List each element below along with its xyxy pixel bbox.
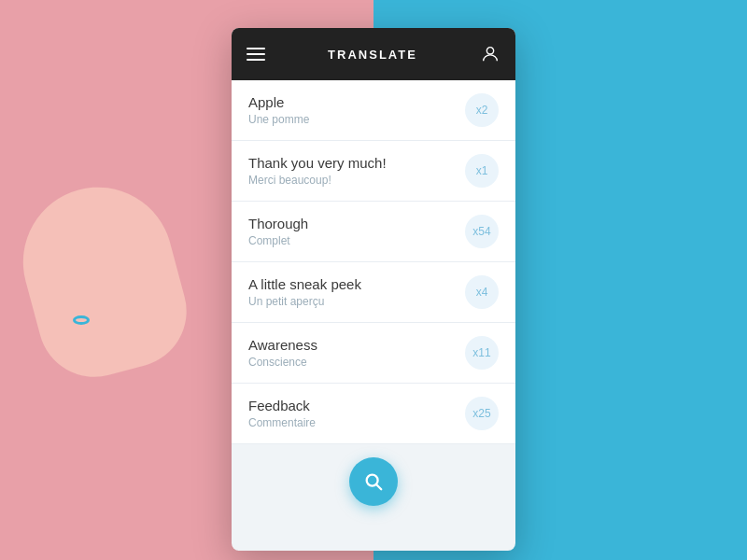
item-badge: x11 — [465, 336, 499, 370]
translation-list: Apple Une pomme x2 Thank you very much! … — [232, 80, 515, 444]
app-card: TRANSLATE Apple Une pomme x2 Thank you v… — [232, 28, 515, 551]
item-text-group: Thorough Complet — [248, 216, 308, 247]
list-item[interactable]: Thorough Complet x54 — [232, 202, 515, 262]
item-sub-text: Conscience — [248, 356, 317, 369]
list-item[interactable]: Apple Une pomme x2 — [232, 80, 515, 141]
item-text-group: Apple Une pomme — [248, 94, 309, 126]
menu-button[interactable] — [247, 48, 265, 61]
item-text-group: A little sneak peek Un petit aperçu — [248, 276, 361, 308]
item-badge: x25 — [465, 397, 499, 430]
item-badge: x1 — [465, 154, 499, 188]
item-badge: x54 — [465, 215, 499, 248]
svg-line-2 — [376, 484, 381, 489]
item-text-group: Thank you very much! Merci beaucoup! — [248, 155, 387, 187]
item-sub-text: Complet — [248, 234, 308, 247]
item-sub-text: Merci beaucoup! — [248, 174, 387, 187]
list-item[interactable]: A little sneak peek Un petit aperçu x4 — [232, 262, 515, 323]
item-main-text: Awareness — [248, 337, 317, 353]
item-main-text: A little sneak peek — [248, 276, 361, 292]
search-fab[interactable] — [349, 457, 398, 506]
item-main-text: Apple — [248, 94, 309, 110]
hand-ring — [73, 315, 90, 325]
list-item[interactable]: Thank you very much! Merci beaucoup! x1 — [232, 141, 515, 202]
item-sub-text: Une pomme — [248, 113, 309, 126]
item-sub-text: Commentaire — [248, 416, 316, 429]
item-text-group: Feedback Commentaire — [248, 398, 316, 429]
item-main-text: Thank you very much! — [248, 155, 387, 171]
item-badge: x2 — [465, 93, 499, 127]
app-title: TRANSLATE — [328, 48, 417, 62]
item-main-text: Thorough — [248, 216, 308, 231]
header: TRANSLATE — [232, 28, 515, 80]
item-main-text: Feedback — [248, 398, 316, 413]
item-badge: x4 — [465, 275, 499, 309]
item-sub-text: Un petit aperçu — [248, 295, 361, 308]
list-wrapper: Apple Une pomme x2 Thank you very much! … — [232, 80, 515, 551]
svg-point-0 — [486, 48, 493, 54]
list-item[interactable]: Feedback Commentaire x25 — [232, 384, 515, 444]
user-button[interactable] — [480, 44, 500, 64]
list-item[interactable]: Awareness Conscience x11 — [232, 323, 515, 384]
item-text-group: Awareness Conscience — [248, 337, 317, 369]
